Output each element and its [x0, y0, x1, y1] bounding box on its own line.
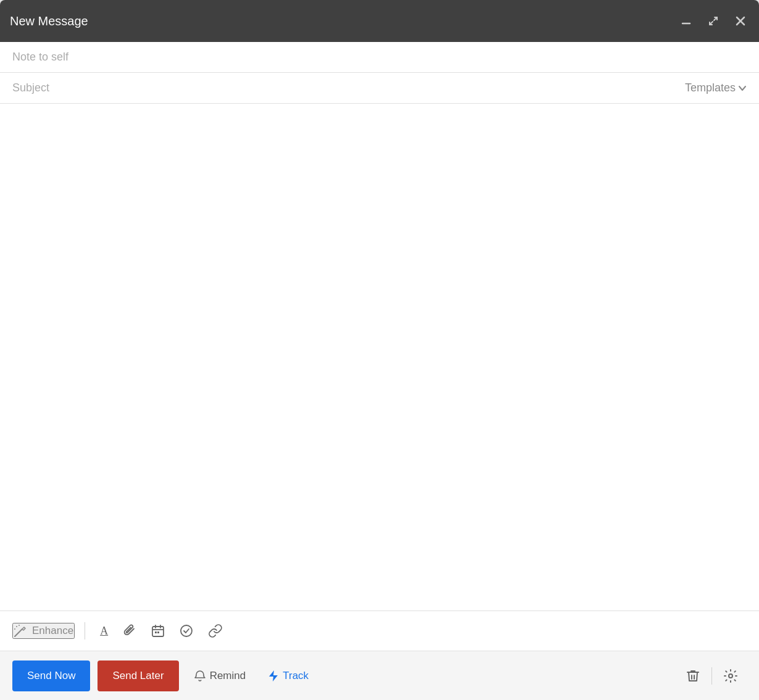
send-later-button[interactable]: Send Later: [97, 660, 178, 691]
title-bar: New Message: [0, 0, 759, 42]
templates-label: Templates: [685, 81, 736, 94]
track-button[interactable]: Track: [260, 665, 316, 687]
bottom-bar: Send Now Send Later Remind Track: [0, 651, 759, 700]
calendar-icon: [151, 624, 165, 638]
bottom-bar-right-actions: [677, 664, 747, 688]
link-icon: [208, 623, 223, 638]
svg-marker-16: [269, 670, 278, 681]
bell-icon: [194, 670, 206, 682]
enhance-label: Enhance: [32, 625, 73, 637]
settings-button[interactable]: [715, 664, 747, 688]
templates-button[interactable]: Templates: [685, 81, 747, 94]
to-input[interactable]: [12, 51, 747, 64]
svg-point-6: [16, 626, 17, 627]
minimize-button[interactable]: [678, 12, 695, 30]
text-format-button[interactable]: A: [95, 622, 113, 640]
gear-icon: [723, 669, 738, 683]
link-button[interactable]: [203, 621, 228, 641]
svg-point-8: [14, 628, 15, 630]
title-bar-actions: [678, 12, 749, 30]
check-circle-icon: [180, 624, 193, 638]
check-button[interactable]: [175, 622, 198, 640]
wand-icon: [14, 624, 27, 638]
trash-icon: [686, 669, 700, 683]
svg-point-7: [19, 625, 20, 626]
close-button[interactable]: [732, 12, 749, 30]
calendar-button[interactable]: [146, 622, 170, 640]
attachment-button[interactable]: [118, 622, 141, 640]
svg-line-5: [15, 629, 22, 636]
remind-button[interactable]: Remind: [186, 665, 254, 687]
enhance-button[interactable]: Enhance: [12, 623, 75, 639]
subject-row: Templates: [0, 73, 759, 104]
delete-button[interactable]: [677, 664, 709, 688]
chevron-down-icon: [738, 84, 747, 93]
svg-rect-13: [155, 631, 157, 633]
bolt-icon: [268, 670, 279, 682]
send-now-button[interactable]: Send Now: [12, 660, 90, 691]
to-field-container: [0, 42, 759, 73]
subject-input[interactable]: [12, 81, 685, 94]
expand-icon: [707, 15, 720, 27]
bottom-bar-separator: [711, 667, 712, 685]
expand-button[interactable]: [705, 12, 722, 30]
track-label: Track: [283, 670, 309, 682]
body-area: [0, 104, 759, 610]
window-title: New Message: [10, 14, 88, 28]
formatting-toolbar: Enhance A: [0, 610, 759, 651]
compose-window: New Message: [0, 0, 759, 700]
toolbar-divider-1: [85, 622, 85, 640]
paperclip-icon: [123, 624, 136, 638]
close-icon: [734, 15, 747, 27]
text-format-icon: A: [100, 625, 108, 638]
svg-point-15: [181, 625, 192, 636]
body-textarea[interactable]: [12, 114, 747, 601]
remind-label: Remind: [210, 670, 246, 682]
minimize-icon: [680, 15, 692, 27]
svg-point-17: [729, 674, 732, 678]
svg-rect-14: [157, 631, 159, 633]
